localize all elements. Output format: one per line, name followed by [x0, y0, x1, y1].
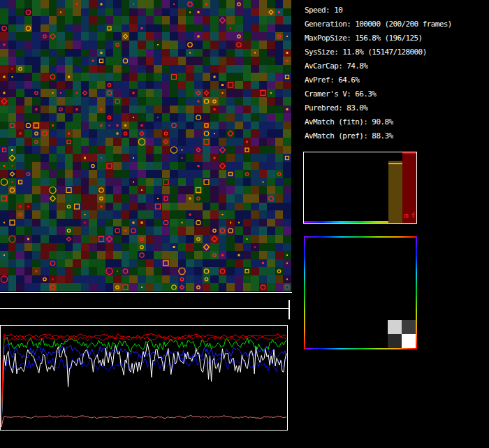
frame-progress-thumb[interactable] [289, 300, 290, 319]
stat-maxpopsize: MaxPopSize: 156.8% (196/125) [305, 31, 452, 45]
stats-panel: Speed: 10 Generation: 100000 (200/200 fr… [305, 3, 452, 143]
sex-population-barchart: m f [303, 152, 417, 224]
matrix-frame-bottom [304, 348, 417, 349]
male-bar-label: m [404, 211, 408, 220]
stat-purebred: Purebred: 83.0% [305, 101, 452, 115]
timeseries-chart-canvas [1, 326, 287, 430]
stat-avmatch-pref: AvMatch (pref): 88.3% [305, 129, 452, 143]
stat-avcarcap: AvCarCap: 74.8% [305, 59, 452, 73]
matrix-frame-right [416, 236, 417, 349]
male-bar-marker [388, 163, 402, 164]
stat-cramers-v: Cramer's V: 66.3% [305, 87, 452, 101]
matrix-cell-1-1 [402, 334, 416, 348]
stat-avpref: AvPref: 64.6% [305, 73, 452, 87]
world-divider-line [0, 292, 292, 294]
stat-syssize: SysSize: 11.8% (15147/128000) [305, 45, 452, 59]
female-bar-label: f [411, 211, 415, 220]
timeseries-chart-box [0, 325, 288, 431]
frame-progress-track[interactable] [0, 308, 289, 310]
matrix-frame-top [304, 236, 417, 238]
stat-avmatch-fitn: AvMatch (fitn): 90.8% [305, 115, 452, 129]
matrix-cell-1-0 [388, 334, 402, 348]
world-grid-canvas[interactable] [0, 0, 291, 291]
stat-speed: Speed: 10 [305, 3, 452, 17]
stat-generation: Generation: 100000 (200/200 frames) [305, 17, 452, 31]
matrix-cell-0-0 [388, 320, 402, 334]
mating-matrix-box [304, 236, 417, 349]
matrix-cell-0-1 [402, 320, 416, 334]
matrix-frame-left [304, 236, 305, 349]
female-bar-marker [402, 152, 416, 154]
male-population-bar [388, 161, 402, 223]
matrix-heatmap-cells [388, 320, 416, 348]
